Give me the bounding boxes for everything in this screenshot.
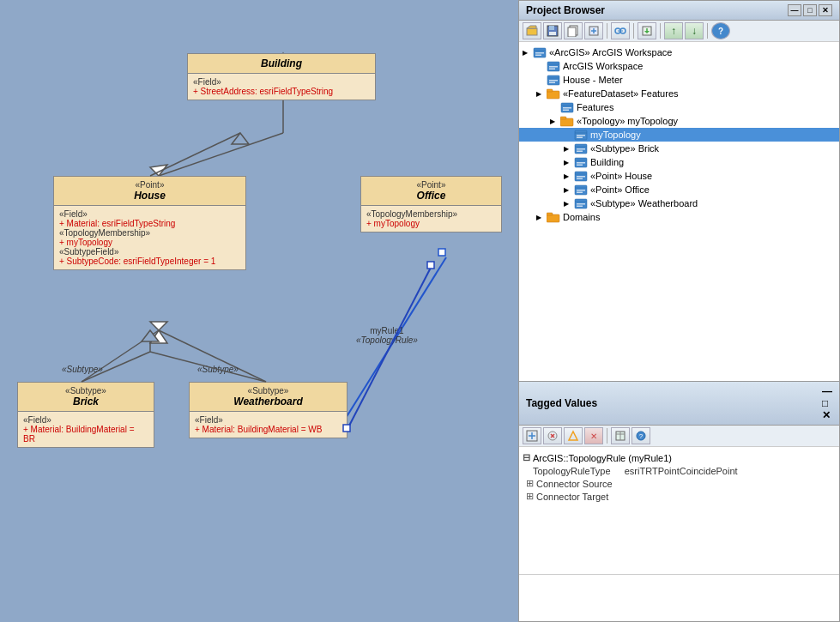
tb-down-btn[interactable]: ↓: [685, 22, 704, 39]
tv-content: ⊟ ArcGIS::TopologyRule (myRule1) Topolog…: [519, 447, 839, 574]
tv-source-label: Connector Source: [536, 479, 613, 489]
pb-close-btn[interactable]: ✕: [819, 4, 832, 16]
down-icon: ↓: [692, 25, 697, 37]
svg-rect-24: [549, 26, 554, 30]
tree-icon-folder: [547, 211, 560, 223]
tree-arrow[interactable]: ▶: [536, 214, 547, 221]
tv-main-label: ArcGIS::TopologyRule (myRule1): [533, 453, 672, 463]
weatherboard-header: «Subtype» Weatherboard: [190, 383, 347, 412]
svg-rect-68: [577, 164, 583, 166]
tree-item-4[interactable]: ▶«FeatureDataset» Features: [519, 87, 839, 100]
tree-arrow[interactable]: ▶: [564, 172, 574, 180]
tv-type-val: esriTRTPointCoincidePoint: [614, 466, 738, 476]
tv-sep1: [607, 428, 607, 444]
tree-item-12[interactable]: ▶«Subtype» Weatherboard: [519, 196, 839, 210]
tree-item-8[interactable]: ▶«Subtype» Brick: [519, 142, 839, 155]
pb-minimize-btn[interactable]: —: [788, 4, 801, 16]
svg-line-12: [150, 133, 240, 176]
tree-item-6[interactable]: ▶«Topology» myTopology: [519, 114, 839, 128]
office-header: «Point» Office: [361, 177, 501, 206]
tree-item-10[interactable]: ▶«Point» House: [519, 169, 839, 183]
tree-arrow[interactable]: ▶: [564, 200, 574, 208]
tree-item-5[interactable]: Features: [519, 100, 839, 114]
tb-save-btn[interactable]: [543, 22, 562, 39]
tree-icon-table: [574, 170, 588, 182]
svg-rect-53: [563, 107, 571, 109]
tree-arrow[interactable]: ▶: [536, 90, 547, 98]
svg-line-7: [159, 330, 266, 382]
building-field-stereotype: «Field»: [193, 77, 370, 87]
tb-new-btn[interactable]: [584, 22, 603, 39]
weatherboard-box[interactable]: «Subtype» Weatherboard «Field» + Materia…: [189, 382, 347, 438]
svg-line-18: [347, 266, 432, 429]
tree-item-1[interactable]: ▶«ArcGIS» ArcGIS Workspace: [519, 45, 839, 59]
tv-tb2[interactable]: [543, 427, 562, 444]
svg-rect-67: [577, 162, 585, 164]
tree-label: myTopology: [590, 130, 641, 140]
tb-open-btn[interactable]: [523, 22, 541, 39]
subtype-label-right: «Subtype»: [197, 365, 239, 374]
tb-up-btn[interactable]: ↑: [664, 22, 683, 39]
tree-arrow[interactable]: ▶: [523, 49, 533, 57]
tb-sep2: [633, 23, 634, 39]
pb-maximize-btn[interactable]: □: [803, 4, 817, 16]
tree-item-7[interactable]: myTopology: [519, 128, 839, 142]
tree-icon-table: [574, 197, 588, 209]
tree-icon-table: [574, 184, 588, 196]
tv-expand-source[interactable]: ⊞: [526, 478, 536, 489]
tree-item-3[interactable]: House - Meter: [519, 73, 839, 87]
tv-delete-icon: ✕: [590, 432, 597, 441]
tb-export-btn[interactable]: [638, 22, 656, 39]
tagged-values-label: Tagged Values: [526, 397, 597, 409]
tree-item-13[interactable]: ▶Domains: [519, 210, 839, 224]
tree-label: Building: [590, 157, 624, 167]
building-box[interactable]: Building «Field» + StreetAddress: esriFi…: [187, 53, 376, 100]
tv-close-btn[interactable]: ✕: [822, 409, 832, 421]
tree-icon-table: [574, 156, 588, 168]
tree-item-2[interactable]: ArcGIS Workspace: [519, 59, 839, 73]
tree-label: «Point» House: [590, 171, 652, 181]
notes-area[interactable]: [519, 574, 839, 621]
tree-label: «Subtype» Brick: [590, 143, 659, 154]
tree-label: «Point» Office: [590, 184, 650, 195]
svg-text:?: ?: [639, 432, 644, 440]
svg-rect-75: [577, 190, 585, 191]
house-box[interactable]: «Point» House «Field» + Material: esriFi…: [53, 176, 246, 270]
tv-tb3[interactable]: [564, 427, 583, 444]
brick-box[interactable]: «Subtype» Brick «Field» + Material: Buil…: [17, 382, 154, 448]
svg-rect-50: [547, 89, 553, 92]
tb-link-btn[interactable]: [611, 22, 630, 39]
tv-tb6[interactable]: ?: [632, 427, 650, 444]
tree-arrow[interactable]: ▶: [564, 145, 574, 153]
tree-icon-table: [574, 142, 588, 154]
tv-tb5[interactable]: [611, 427, 630, 444]
project-browser-tree[interactable]: ▶«ArcGIS» ArcGIS WorkspaceArcGIS Workspa…: [519, 42, 839, 381]
tree-arrow[interactable]: ▶: [564, 159, 574, 166]
tree-arrow[interactable]: ▶: [564, 186, 574, 194]
tv-maximize-btn[interactable]: □: [822, 397, 832, 409]
tb-copy-btn[interactable]: [564, 22, 583, 39]
tv-tb1[interactable]: [523, 427, 541, 444]
tree-icon-table: [574, 129, 588, 141]
brick-body: «Field» + Material: BuildingMaterial = B…: [18, 412, 154, 447]
tree-item-9[interactable]: ▶Building: [519, 155, 839, 169]
tv-minimize-btn[interactable]: —: [822, 385, 832, 397]
svg-rect-39: [535, 52, 544, 54]
tv-main-row: ⊟ ArcGIS::TopologyRule (myRule1): [519, 450, 839, 465]
svg-rect-10: [438, 249, 445, 256]
svg-rect-25: [549, 32, 556, 35]
up-icon: ↑: [671, 25, 676, 37]
office-box[interactable]: «Point» Office «TopologyMembership» + my…: [360, 176, 502, 232]
tv-expand-target[interactable]: ⊞: [526, 491, 536, 502]
tree-arrow[interactable]: ▶: [550, 118, 560, 125]
tree-item-11[interactable]: ▶«Point» Office: [519, 183, 839, 196]
tb-help-btn[interactable]: ?: [711, 22, 730, 39]
svg-rect-71: [577, 176, 585, 178]
tv-tb4[interactable]: ✕: [584, 427, 603, 444]
tv-controls: — □ ✕: [822, 385, 832, 421]
tv-target-label: Connector Target: [536, 492, 608, 502]
tv-expand-main[interactable]: ⊟: [523, 452, 533, 463]
svg-rect-40: [535, 54, 541, 56]
svg-rect-63: [577, 148, 585, 150]
weatherboard-stereotype: «Subtype»: [195, 386, 341, 396]
